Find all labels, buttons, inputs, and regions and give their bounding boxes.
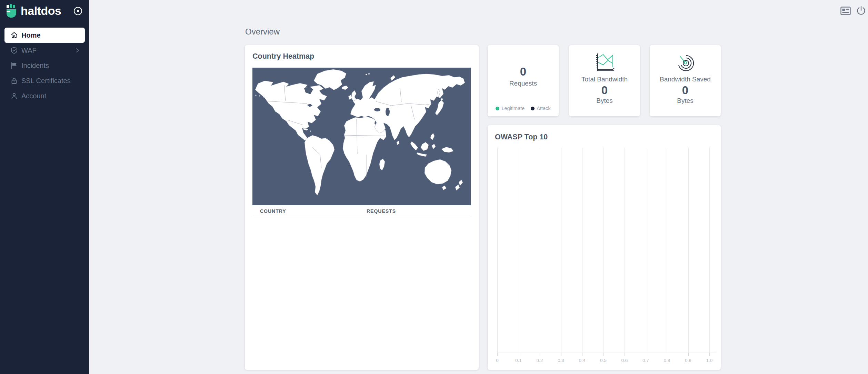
brand: haltdos [0,0,89,21]
gridline [709,148,710,353]
gridline [540,148,540,353]
sidebar-nav: Home WAF [0,28,89,104]
haltdos-logo-icon [5,3,19,18]
gridline [561,148,561,353]
x-tick [540,353,540,356]
sidebar-item-incidents[interactable]: Incidents [4,58,85,73]
world-map [252,68,471,205]
brand-name: haltdos [21,4,61,18]
x-tick-label: 0.4 [579,358,586,363]
x-tick-label: 0.5 [600,358,607,363]
home-icon [10,31,18,39]
x-tick [709,353,710,356]
country-heatmap-title: Country Heatmap [252,52,314,61]
x-tick [646,353,646,356]
bandwidth-saved-unit: Bytes [650,97,721,105]
legitimate-dot-icon [496,107,499,110]
requests-value: 0 [488,65,559,78]
page-title: Overview [245,27,280,37]
gridline [497,148,498,353]
total-bandwidth-stat-card: Total Bandwidth 0 Bytes [569,45,640,116]
shield-icon [10,47,18,54]
gridline [603,148,604,353]
area-chart-icon [592,52,617,73]
x-tick-label: 0.7 [642,358,649,363]
x-tick [497,353,498,356]
sidebar-item-label: SSL Certificates [21,77,71,85]
column-requests: REQUESTS [367,208,396,214]
x-tick-label: 0.3 [558,358,564,363]
requests-stat-card: 0 Requests Legitimate Attack [488,45,559,116]
gridline [646,148,646,353]
sidebar-item-home[interactable]: Home [4,28,85,43]
x-tick-label: 0.1 [515,358,522,363]
bandwidth-saved-stat-card: Bandwidth Saved 0 Bytes [650,45,721,116]
x-axis-line [497,353,717,353]
owasp-top10-card: OWASP Top 10 0 0.1 0.2 0.3 0. [488,125,721,370]
sidebar-item-label: WAF [21,47,37,55]
total-bandwidth-label: Total Bandwidth [569,76,640,83]
owasp-chart-plot [497,148,709,353]
legend-label: Legitimate [501,106,525,111]
gridline [519,148,519,353]
attack-dot-icon [531,107,535,110]
x-tick [561,353,561,356]
x-tick [519,353,519,356]
x-tick-label: 0.2 [537,358,543,363]
lock-icon [10,77,18,85]
x-tick [625,353,625,356]
sidebar-item-ssl-certificates[interactable]: SSL Certificates [4,73,85,88]
legend-label: Attack [537,106,550,111]
sidebar-item-account[interactable]: Account [4,88,85,104]
news-feed-icon[interactable] [840,7,851,15]
radar-icon [673,52,698,73]
x-tick-label: 0.6 [621,358,628,363]
total-bandwidth-unit: Bytes [569,97,640,105]
flag-icon [10,62,18,69]
sidebar-collapse-target-icon[interactable] [73,6,83,16]
bandwidth-saved-label: Bandwidth Saved [650,76,721,83]
dashboard: haltdos Home [0,0,868,374]
x-tick [688,353,689,356]
requests-legend: Legitimate Attack [488,106,559,111]
x-tick-label: 0.8 [664,358,670,363]
country-table-header: COUNTRY REQUESTS [252,206,471,217]
chevron-right-icon [74,47,81,53]
gridline [688,148,689,353]
bandwidth-saved-value: 0 [650,84,721,97]
legend-legitimate: Legitimate [496,106,525,111]
gridline [625,148,625,353]
country-heatmap-card: Country Heatmap [245,45,479,370]
x-tick [582,353,582,356]
sidebar-item-label: Account [21,92,46,100]
power-icon[interactable] [856,6,866,16]
requests-label: Requests [488,80,559,87]
gridline [667,148,667,353]
sidebar: haltdos Home [0,0,89,374]
sidebar-item-waf[interactable]: WAF [4,43,85,58]
x-tick-label: 0.9 [685,358,691,363]
total-bandwidth-value: 0 [569,84,640,97]
x-tick [667,353,667,356]
gridline [582,148,582,353]
x-tick [603,353,604,356]
user-icon [10,92,18,100]
legend-attack: Attack [531,106,550,111]
x-tick-label: 0 [496,358,499,363]
owasp-title: OWASP Top 10 [495,133,548,141]
x-tick-label: 1.0 [706,358,713,363]
column-country: COUNTRY [260,208,286,214]
sidebar-item-label: Home [21,31,41,39]
sidebar-item-label: Incidents [21,62,49,70]
